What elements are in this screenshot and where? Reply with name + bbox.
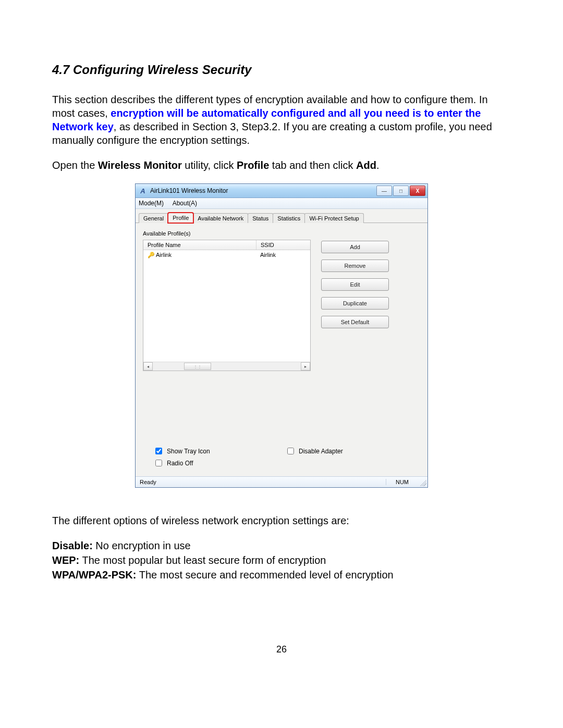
disable-adapter-label: Disable Adapter [299, 448, 343, 455]
button-column: Add Remove Edit Duplicate Set Default [321, 241, 389, 371]
option-disable-key: Disable: [52, 540, 93, 551]
scroll-thumb[interactable]: ⋮⋮ [184, 363, 211, 370]
list-item[interactable]: 🔑 Airlink Airlink [143, 250, 310, 260]
profile-ssid-value: Airlink [256, 251, 310, 258]
disable-adapter-checkbox[interactable]: Disable Adapter [285, 446, 417, 456]
text-bold: Profile [237, 159, 269, 171]
option-wpa-key: WPA/WPA2-PSK: [52, 569, 136, 581]
add-button[interactable]: Add [321, 241, 389, 253]
option-disable-value: No encryption in use [93, 540, 191, 551]
app-window: A AirLink101 Wireless Monitor — □ X Mode… [135, 183, 428, 488]
tab-profile[interactable]: Profile [168, 213, 193, 223]
key-icon: 🔑 [148, 252, 154, 258]
text-bold: Add [356, 159, 376, 171]
resize-grip-icon[interactable] [418, 478, 426, 486]
scroll-left-icon[interactable]: ◂ [143, 362, 153, 371]
remove-button[interactable]: Remove [321, 260, 389, 272]
option-wep-value: The most popular but least secure form o… [79, 554, 326, 566]
disable-adapter-input[interactable] [287, 448, 294, 454]
edit-button[interactable]: Edit [321, 278, 389, 291]
tab-available-network[interactable]: Available Network [193, 213, 248, 223]
content-area: General Profile Available Network Status… [136, 209, 427, 476]
window-controls: — □ X [376, 186, 425, 196]
profile-panel: Available Profile(s) Profile Name SSID 🔑… [136, 223, 427, 476]
duplicate-button[interactable]: Duplicate [321, 297, 389, 310]
radio-off-checkbox[interactable]: Radio Off [153, 458, 285, 468]
text: Open the [52, 159, 98, 171]
tab-strip: General Profile Available Network Status… [136, 209, 427, 223]
encryption-options: Disable: No encryption in use WEP: The m… [52, 539, 511, 582]
profiles-list[interactable]: Profile Name SSID 🔑 Airlink Airlink ◂ [143, 240, 311, 371]
set-default-button[interactable]: Set Default [321, 316, 389, 328]
column-profile-name[interactable]: Profile Name [143, 240, 256, 250]
titlebar: A AirLink101 Wireless Monitor — □ X [136, 184, 427, 198]
profile-name-value: Airlink [156, 252, 172, 258]
scroll-right-icon[interactable]: ▸ [301, 362, 310, 371]
minimize-button[interactable]: — [376, 186, 392, 196]
tab-general[interactable]: General [139, 213, 168, 223]
app-icon: A [139, 187, 147, 195]
radio-off-input[interactable] [155, 460, 162, 466]
menu-mode[interactable]: Mode(M) [139, 200, 164, 207]
options-intro: The different options of wireless networ… [52, 514, 511, 527]
option-wep-key: WEP: [52, 554, 79, 566]
status-num: NUM [386, 479, 418, 485]
horizontal-scrollbar[interactable]: ◂ ⋮⋮ ▸ [143, 362, 310, 371]
text-bold: Wireless Monitor [98, 159, 182, 171]
text: utility, click [182, 159, 237, 171]
text: , as described in Section 3, Step3.2. If… [52, 121, 492, 146]
menubar: Mode(M) About(A) [136, 198, 427, 209]
statusbar: Ready NUM [136, 476, 427, 487]
tab-status[interactable]: Status [248, 213, 273, 223]
text: . [376, 159, 380, 171]
option-wpa-value: The most secure and recommended level of… [136, 569, 393, 581]
page-number: 26 [52, 644, 511, 655]
menu-about[interactable]: About(A) [173, 200, 197, 207]
bottom-checkboxes: Show Tray Icon Disable Adapter Radio Off [143, 444, 420, 472]
intro-paragraph: This section describes the different typ… [52, 93, 511, 147]
list-header: Profile Name SSID [143, 240, 310, 250]
show-tray-icon-input[interactable] [155, 448, 162, 454]
show-tray-icon-label: Show Tray Icon [167, 448, 210, 455]
available-profiles-label: Available Profile(s) [143, 230, 420, 237]
column-ssid[interactable]: SSID [256, 240, 310, 250]
instruction-paragraph: Open the Wireless Monitor utility, click… [52, 158, 511, 172]
close-button[interactable]: X [410, 186, 425, 196]
section-heading: 4.7 Configuring Wireless Security [52, 63, 511, 77]
show-tray-icon-checkbox[interactable]: Show Tray Icon [153, 446, 285, 456]
radio-off-label: Radio Off [167, 460, 193, 467]
tab-statistics[interactable]: Statistics [273, 213, 305, 223]
status-ready: Ready [136, 479, 161, 485]
window-title: AirLink101 Wireless Monitor [150, 187, 376, 194]
tab-wifi-protect-setup[interactable]: Wi-Fi Protect Setup [304, 213, 363, 223]
text: tab and then click [269, 159, 356, 171]
maximize-button[interactable]: □ [393, 186, 409, 196]
